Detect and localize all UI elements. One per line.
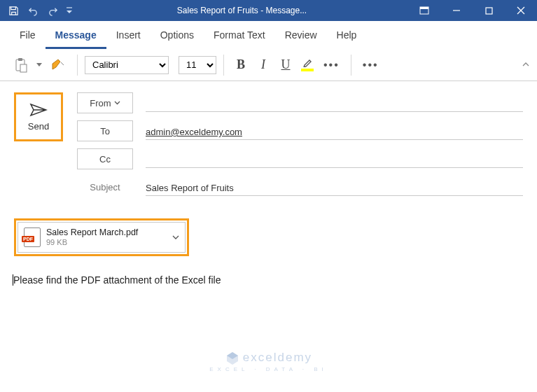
font-size-selector[interactable]: 11: [179, 56, 216, 74]
svg-rect-4: [18, 58, 22, 61]
to-recipient[interactable]: admin@exceldemy.com: [146, 127, 242, 137]
attachment-filename: Sales Report March.pdf: [46, 227, 167, 237]
send-label: Send: [28, 121, 49, 132]
svg-rect-2: [486, 8, 492, 14]
ribbon-tabs: File Message Insert Options Format Text …: [0, 21, 537, 49]
redo-icon[interactable]: [43, 1, 62, 20]
attachment-highlight: PDF Sales Report March.pdf 99 KB: [14, 218, 189, 256]
quick-access-toolbar: [0, 1, 76, 20]
ribbon-separator: [351, 55, 351, 76]
to-label: To: [100, 126, 110, 136]
svg-rect-5: [20, 64, 27, 72]
italic-button[interactable]: I: [253, 54, 273, 76]
chevron-down-icon: [114, 101, 120, 105]
paste-button[interactable]: [10, 54, 32, 76]
tab-options[interactable]: Options: [151, 21, 204, 49]
send-button[interactable]: Send: [14, 92, 63, 141]
highlight-button[interactable]: [298, 57, 316, 73]
body-text: Please find the PDF attachment of the Ex…: [13, 274, 221, 286]
attachment-filesize: 99 KB: [46, 238, 167, 247]
attachment-meta: Sales Report March.pdf 99 KB: [46, 227, 167, 246]
bold-button[interactable]: B: [231, 54, 251, 76]
attachment-dropdown-icon[interactable]: [172, 235, 179, 240]
format-painter-button[interactable]: [46, 54, 70, 76]
save-icon[interactable]: [4, 1, 22, 20]
cc-row: Cc: [77, 148, 523, 169]
subject-row: Subject Sales Report of Fruits: [77, 176, 523, 197]
to-field[interactable]: admin@exceldemy.com: [146, 122, 523, 140]
pdf-icon: PDF: [24, 227, 41, 247]
from-row: From: [77, 92, 523, 113]
message-body[interactable]: Please find the PDF attachment of the Ex…: [13, 274, 523, 286]
from-label: From: [90, 98, 111, 108]
watermark: exceldemy EXCEL · DATA · BI: [0, 351, 537, 372]
title-bar: Sales Report of Fruits - Message...: [0, 0, 537, 21]
tab-help[interactable]: Help: [327, 21, 367, 49]
ribbon-display-icon[interactable]: [408, 0, 440, 21]
collapse-ribbon-icon[interactable]: [522, 62, 530, 69]
ribbon-separator: [223, 55, 224, 76]
window-controls: [408, 0, 537, 21]
more-commands-button[interactable]: •••: [358, 54, 383, 76]
window-title: Sales Report of Fruits - Message...: [76, 6, 408, 15]
qat-dropdown-icon[interactable]: [63, 1, 76, 20]
tab-format-text[interactable]: Format Text: [204, 21, 275, 49]
header-fields: From To admin@exceldemy.com Cc Subject S…: [77, 92, 523, 204]
tab-insert[interactable]: Insert: [106, 21, 151, 49]
undo-icon[interactable]: [24, 1, 42, 20]
paste-dropdown-icon[interactable]: [35, 54, 43, 76]
tab-file[interactable]: File: [10, 21, 46, 49]
attachment-area: PDF Sales Report March.pdf 99 KB: [14, 218, 523, 256]
from-field[interactable]: [146, 94, 523, 112]
to-button[interactable]: To: [77, 120, 133, 141]
more-formatting-button[interactable]: •••: [319, 54, 344, 76]
to-row: To admin@exceldemy.com: [77, 120, 523, 141]
cc-button[interactable]: Cc: [77, 148, 133, 169]
close-icon[interactable]: [505, 0, 537, 21]
compose-header: Send From To admin@exceldemy.com Cc Subj…: [0, 81, 537, 204]
svg-rect-1: [420, 7, 428, 9]
from-button[interactable]: From: [77, 92, 133, 113]
cc-label: Cc: [99, 154, 111, 164]
font-family-selector[interactable]: Calibri: [85, 56, 169, 74]
ribbon: Calibri 11 B I U ••• •••: [0, 49, 537, 81]
tab-message[interactable]: Message: [46, 21, 106, 49]
maximize-icon[interactable]: [473, 0, 505, 21]
cc-field[interactable]: [146, 150, 523, 168]
subject-field[interactable]: Sales Report of Fruits: [146, 178, 523, 196]
subject-label: Subject: [77, 176, 133, 197]
tab-review[interactable]: Review: [275, 21, 327, 49]
underline-button[interactable]: U: [276, 54, 295, 76]
send-icon: [29, 103, 48, 117]
attachment-item[interactable]: PDF Sales Report March.pdf 99 KB: [18, 222, 186, 253]
ribbon-separator: [77, 55, 78, 76]
minimize-icon[interactable]: [440, 0, 473, 21]
